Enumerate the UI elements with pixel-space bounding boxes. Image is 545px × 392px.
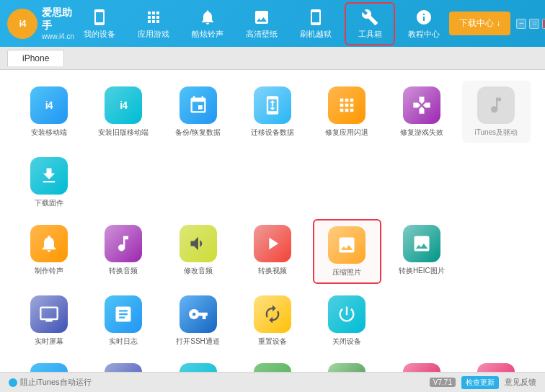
install-app-label: 安装移动端 xyxy=(31,128,67,137)
ringtone-icon xyxy=(30,225,68,262)
backup-icon xyxy=(180,86,217,124)
erase-icon xyxy=(328,363,365,372)
nav-tools[interactable]: 工具箱 xyxy=(345,2,395,45)
tool-erase[interactable]: 抹除所有数据 xyxy=(313,357,381,372)
backup-label: 备份/恢复数据 xyxy=(175,128,221,137)
reset-icon xyxy=(254,295,291,333)
audio-icon xyxy=(105,225,142,262)
tool-reset[interactable]: 重置设备 xyxy=(238,290,306,352)
modify-audio-icon xyxy=(180,225,217,262)
tool-diary[interactable]: 实时日志 xyxy=(89,290,157,352)
tool-compress-photo[interactable]: 压缩照片 xyxy=(313,219,381,284)
tool-clear-junk[interactable]: 清理设备垃圾 xyxy=(462,357,531,372)
tool-repair-app[interactable]: 修复应用闪退 xyxy=(313,81,381,143)
nav-label: 高清壁纸 xyxy=(246,29,278,40)
nav-label: 教程中心 xyxy=(408,29,440,40)
phone-icon xyxy=(90,8,109,27)
ringtone-label: 制作铃声 xyxy=(35,266,63,275)
minimize-btn[interactable]: ─ xyxy=(516,19,526,29)
shutdown-icon xyxy=(328,295,365,333)
logo-text: 爱思助手 www.i4.cn xyxy=(42,6,74,40)
photo-label: 压缩照片 xyxy=(332,267,361,277)
firmware-label: 下载固件 xyxy=(35,198,63,208)
nav-tutorials[interactable]: 教程中心 xyxy=(399,4,449,44)
tool-convert-video[interactable]: 转换视频 xyxy=(238,219,306,284)
fix-game-label: 修复游戏失效 xyxy=(400,128,443,137)
tool-ssh[interactable]: 打开SSH通道 xyxy=(164,290,232,352)
status-right: V7.71 检查更新 意见反馈 xyxy=(430,376,536,389)
window-controls: ─ □ × xyxy=(516,19,545,29)
itunes-icon xyxy=(477,86,515,124)
audio-label: 转换音频 xyxy=(109,266,138,275)
remove-icon xyxy=(254,363,291,372)
upgrade-icon xyxy=(30,363,68,372)
tool-shutdown[interactable]: 关闭设备 xyxy=(313,290,381,352)
bell-icon xyxy=(198,8,217,27)
firmware-icon xyxy=(30,157,68,195)
desktop-icon xyxy=(105,363,142,372)
nav-items: 我的设备 应用游戏 酷炫铃声 高清壁纸 刷机越狱 xyxy=(74,2,449,45)
fix-game-icon xyxy=(403,86,440,124)
ssh-label: 打开SSH通道 xyxy=(176,337,220,346)
nav-ringtones[interactable]: 酷炫铃声 xyxy=(182,4,233,44)
nav-label: 我的设备 xyxy=(84,29,115,40)
tool-ringtone[interactable]: 制作铃声 xyxy=(14,219,83,284)
tool-backup[interactable]: 备份/恢复数据 xyxy=(164,81,232,143)
app-name: 爱思助手 xyxy=(42,6,74,32)
install-itunes-label: 安装旧版移动端 xyxy=(98,128,149,137)
grid-row-4: 屏幕OS更新 整理设备桌面 设备功能开关 删除顽固图标 抹除所有数据 xyxy=(14,357,531,372)
nav-apps-games[interactable]: 应用游戏 xyxy=(128,4,179,44)
tool-install-itunes[interactable]: i4 安装旧版移动端 xyxy=(89,81,157,143)
tool-upgrade-ios[interactable]: 屏幕OS更新 xyxy=(14,357,83,372)
nav-wallpapers[interactable]: 高清壁纸 xyxy=(236,4,287,44)
ssh-icon xyxy=(180,295,217,333)
tool-install-app[interactable]: i4 安装移动端 xyxy=(14,81,83,143)
migrate-label: 迁移设备数据 xyxy=(251,128,294,137)
grid-row-3: 实时屏幕 实时日志 打开SSH通道 重置设备 关闭设备 xyxy=(14,290,531,352)
nav-label: 酷炫铃声 xyxy=(192,29,223,40)
flash-icon xyxy=(306,8,325,27)
nav-label: 工具箱 xyxy=(358,29,382,40)
maximize-btn[interactable]: □ xyxy=(529,19,539,29)
download-btn[interactable]: 下载中心 ↓ xyxy=(449,12,510,35)
app-url: www.i4.cn xyxy=(42,32,74,40)
repair-app-label: 修复应用闪退 xyxy=(325,128,368,137)
logo-icon: i4 xyxy=(7,9,37,39)
heic-label: 转换HEIC图片 xyxy=(399,266,445,275)
itunes-label: iTunes及驱动 xyxy=(474,128,518,137)
switch-icon xyxy=(180,363,217,372)
tool-remove-icons[interactable]: 删除顽固图标 xyxy=(238,357,306,372)
migrate-icon xyxy=(254,86,291,124)
screen-icon xyxy=(30,295,68,333)
video-icon xyxy=(254,225,291,262)
repair-app-icon xyxy=(328,86,365,124)
status-bar: 阻止iTunes自动运行 V7.71 检查更新 意见反馈 xyxy=(0,372,545,392)
dfu-icon xyxy=(403,363,440,372)
tool-download-firmware[interactable]: 下载固件 xyxy=(14,151,83,213)
feedback-link[interactable]: 意见反馈 xyxy=(505,377,536,388)
video-label: 转换视频 xyxy=(258,266,287,275)
tool-desktop[interactable]: 整理设备桌面 xyxy=(89,357,157,372)
nav-label: 应用游戏 xyxy=(138,29,169,40)
tool-modify-audio[interactable]: 修改音频 xyxy=(164,219,232,284)
junk-icon xyxy=(477,363,515,372)
check-update-btn[interactable]: 检查更新 xyxy=(461,376,499,389)
heic-icon xyxy=(403,225,440,262)
tab-bar: iPhone xyxy=(0,47,545,70)
nav-flash[interactable]: 刷机越狱 xyxy=(291,4,341,44)
nav-my-device[interactable]: 我的设备 xyxy=(74,4,125,44)
tool-dfu[interactable]: 进入恢复模式 xyxy=(387,357,456,372)
photo-icon xyxy=(328,226,365,264)
info-icon xyxy=(415,8,433,27)
tool-migrate[interactable]: 迁移设备数据 xyxy=(238,81,306,143)
close-btn[interactable]: × xyxy=(542,19,545,29)
tool-fix-game[interactable]: 修复游戏失效 xyxy=(387,81,456,143)
tool-screen[interactable]: 实时屏幕 xyxy=(14,290,83,352)
tool-convert-audio[interactable]: 转换音频 xyxy=(89,219,157,284)
install-itunes-icon: i4 xyxy=(105,86,142,124)
tab-iphone[interactable]: iPhone xyxy=(7,50,64,66)
tool-itunes[interactable]: iTunes及驱动 xyxy=(462,81,531,143)
status-dot xyxy=(9,378,17,387)
tool-func-switch[interactable]: 设备功能开关 xyxy=(164,357,232,372)
tool-heic[interactable]: 转换HEIC图片 xyxy=(387,219,456,284)
